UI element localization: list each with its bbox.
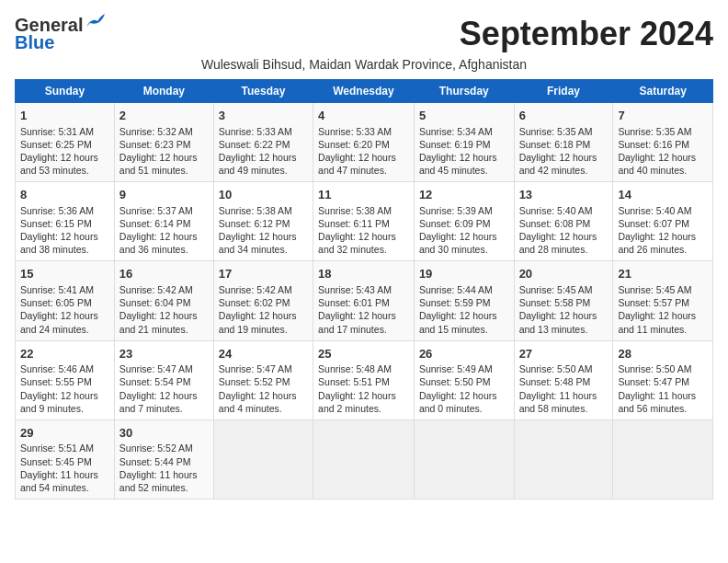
daylight-text: Daylight: 12 hours and 45 minutes. — [419, 152, 497, 176]
sunrise-text: Sunrise: 5:39 AM — [419, 205, 493, 216]
logo: General Blue — [15, 15, 105, 53]
sunset-text: Sunset: 5:58 PM — [519, 297, 591, 308]
sunrise-text: Sunrise: 5:32 AM — [119, 126, 193, 137]
table-row: 29Sunrise: 5:51 AMSunset: 5:45 PMDayligh… — [16, 419, 713, 499]
sunrise-text: Sunrise: 5:31 AM — [20, 126, 94, 137]
calendar-cell: 10Sunrise: 5:38 AMSunset: 6:12 PMDayligh… — [213, 182, 313, 261]
calendar-cell: 5Sunrise: 5:34 AMSunset: 6:19 PMDaylight… — [414, 103, 514, 182]
daylight-text: Daylight: 12 hours and 38 minutes. — [20, 231, 98, 255]
sunset-text: Sunset: 5:50 PM — [419, 376, 491, 387]
day-number: 16 — [119, 266, 209, 282]
col-monday: Monday — [114, 80, 213, 103]
sunrise-text: Sunrise: 5:50 AM — [519, 363, 593, 374]
sunset-text: Sunset: 5:51 PM — [318, 376, 390, 387]
calendar-cell: 29Sunrise: 5:51 AMSunset: 5:45 PMDayligh… — [16, 419, 115, 499]
header-row: Sunday Monday Tuesday Wednesday Thursday… — [16, 80, 713, 103]
sunrise-text: Sunrise: 5:45 AM — [519, 284, 593, 295]
sunrise-text: Sunrise: 5:48 AM — [318, 363, 392, 374]
calendar-cell: 3Sunrise: 5:33 AMSunset: 6:22 PMDaylight… — [213, 103, 313, 182]
calendar-cell: 13Sunrise: 5:40 AMSunset: 6:08 PMDayligh… — [514, 182, 613, 261]
month-title: September 2024 — [460, 15, 713, 53]
sunrise-text: Sunrise: 5:46 AM — [20, 363, 94, 374]
calendar-cell: 23Sunrise: 5:47 AMSunset: 5:54 PMDayligh… — [114, 340, 213, 419]
sunrise-text: Sunrise: 5:51 AM — [20, 442, 94, 454]
day-number: 20 — [519, 266, 609, 282]
day-number: 17 — [219, 266, 308, 282]
day-number: 23 — [119, 346, 209, 362]
daylight-text: Daylight: 12 hours and 32 minutes. — [318, 231, 396, 255]
sunset-text: Sunset: 6:16 PM — [618, 139, 689, 150]
sunset-text: Sunset: 6:08 PM — [519, 218, 591, 229]
table-row: 15Sunrise: 5:41 AMSunset: 6:05 PMDayligh… — [16, 261, 713, 340]
calendar-cell: 9Sunrise: 5:37 AMSunset: 6:14 PMDaylight… — [114, 182, 213, 261]
daylight-text: Daylight: 12 hours and 36 minutes. — [119, 231, 198, 255]
calendar-cell — [613, 419, 713, 499]
calendar-cell: 19Sunrise: 5:44 AMSunset: 5:59 PMDayligh… — [414, 261, 514, 340]
daylight-text: Daylight: 12 hours and 49 minutes. — [219, 152, 297, 176]
daylight-text: Daylight: 12 hours and 13 minutes. — [519, 310, 597, 334]
sunset-text: Sunset: 5:44 PM — [119, 456, 191, 467]
day-number: 19 — [419, 266, 509, 282]
sunset-text: Sunset: 6:23 PM — [119, 139, 191, 150]
sunrise-text: Sunrise: 5:52 AM — [119, 442, 193, 454]
day-number: 28 — [618, 346, 708, 362]
calendar-cell: 1Sunrise: 5:31 AMSunset: 6:25 PMDaylight… — [16, 103, 115, 182]
sunrise-text: Sunrise: 5:49 AM — [419, 363, 493, 374]
daylight-text: Daylight: 12 hours and 47 minutes. — [318, 152, 396, 176]
daylight-text: Daylight: 12 hours and 7 minutes. — [119, 390, 198, 414]
sunset-text: Sunset: 6:02 PM — [219, 297, 290, 308]
sunset-text: Sunset: 6:12 PM — [219, 218, 290, 229]
table-row: 1Sunrise: 5:31 AMSunset: 6:25 PMDaylight… — [16, 103, 713, 182]
calendar-cell: 14Sunrise: 5:40 AMSunset: 6:07 PMDayligh… — [613, 182, 713, 261]
day-number: 15 — [20, 266, 109, 282]
daylight-text: Daylight: 12 hours and 28 minutes. — [519, 231, 597, 255]
daylight-text: Daylight: 12 hours and 9 minutes. — [20, 390, 98, 414]
sunrise-text: Sunrise: 5:36 AM — [20, 205, 94, 216]
logo-bird-icon — [85, 14, 105, 30]
sunset-text: Sunset: 5:47 PM — [618, 376, 689, 387]
calendar-table: Sunday Monday Tuesday Wednesday Thursday… — [15, 79, 713, 500]
sunrise-text: Sunrise: 5:47 AM — [119, 363, 193, 374]
sunrise-text: Sunrise: 5:47 AM — [219, 363, 292, 374]
daylight-text: Daylight: 12 hours and 51 minutes. — [119, 152, 198, 176]
sunset-text: Sunset: 6:15 PM — [20, 218, 92, 229]
calendar-cell: 15Sunrise: 5:41 AMSunset: 6:05 PMDayligh… — [16, 261, 115, 340]
sunset-text: Sunset: 6:14 PM — [119, 218, 191, 229]
calendar-cell — [414, 419, 514, 499]
day-number: 3 — [219, 108, 308, 124]
sunset-text: Sunset: 6:20 PM — [318, 139, 390, 150]
day-number: 29 — [20, 425, 109, 442]
day-number: 11 — [318, 187, 409, 203]
sunset-text: Sunset: 6:18 PM — [519, 139, 591, 150]
sunrise-text: Sunrise: 5:40 AM — [618, 205, 691, 216]
daylight-text: Daylight: 12 hours and 26 minutes. — [618, 231, 696, 255]
daylight-text: Daylight: 12 hours and 40 minutes. — [618, 152, 696, 176]
sunset-text: Sunset: 5:48 PM — [519, 376, 591, 387]
calendar-cell: 8Sunrise: 5:36 AMSunset: 6:15 PMDaylight… — [16, 182, 115, 261]
subtitle: Wuleswali Bihsud, Maidan Wardak Province… — [15, 57, 713, 72]
calendar-cell — [213, 419, 313, 499]
sunrise-text: Sunrise: 5:35 AM — [519, 126, 593, 137]
sunrise-text: Sunrise: 5:50 AM — [618, 363, 691, 374]
calendar-cell: 11Sunrise: 5:38 AMSunset: 6:11 PMDayligh… — [313, 182, 415, 261]
day-number: 1 — [20, 108, 109, 124]
day-number: 26 — [419, 346, 509, 362]
daylight-text: Daylight: 12 hours and 42 minutes. — [519, 152, 597, 176]
daylight-text: Daylight: 11 hours and 56 minutes. — [618, 390, 696, 414]
day-number: 22 — [20, 346, 109, 362]
calendar-cell — [514, 419, 613, 499]
sunrise-text: Sunrise: 5:37 AM — [119, 205, 193, 216]
day-number: 30 — [119, 425, 209, 442]
daylight-text: Daylight: 11 hours and 54 minutes. — [20, 469, 98, 493]
calendar-cell: 30Sunrise: 5:52 AMSunset: 5:44 PMDayligh… — [114, 419, 213, 499]
calendar-cell: 6Sunrise: 5:35 AMSunset: 6:18 PMDaylight… — [514, 103, 613, 182]
calendar-cell: 25Sunrise: 5:48 AMSunset: 5:51 PMDayligh… — [313, 340, 415, 419]
sunset-text: Sunset: 6:09 PM — [419, 218, 491, 229]
day-number: 2 — [119, 108, 209, 124]
daylight-text: Daylight: 12 hours and 2 minutes. — [318, 390, 396, 414]
sunset-text: Sunset: 6:25 PM — [20, 139, 92, 150]
daylight-text: Daylight: 12 hours and 4 minutes. — [219, 390, 297, 414]
sunset-text: Sunset: 6:19 PM — [419, 139, 491, 150]
sunset-text: Sunset: 5:57 PM — [618, 297, 689, 308]
daylight-text: Daylight: 12 hours and 11 minutes. — [618, 310, 696, 334]
